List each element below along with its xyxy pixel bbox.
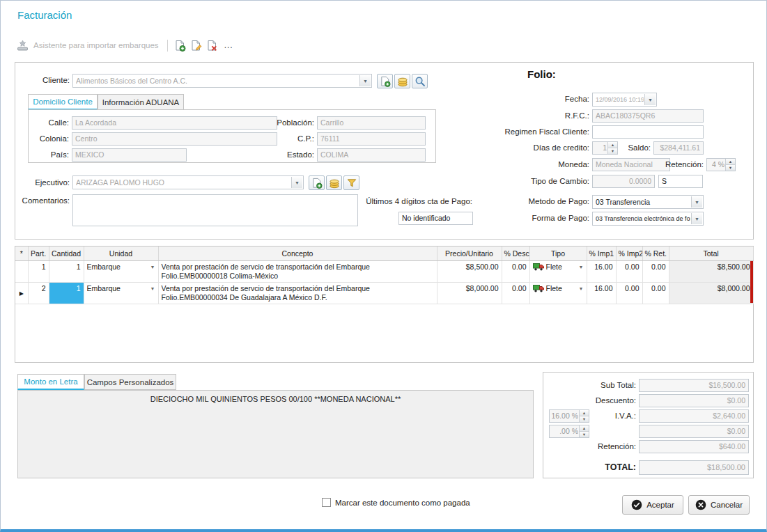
pais-field[interactable]: MEXICO [72,148,187,162]
tab-monto-en-letra[interactable]: Monto en Letra [17,374,84,390]
cliente-add-button[interactable] [377,74,393,88]
imp2-percent-stepper[interactable]: .00 % ▲▼ [549,425,589,438]
fecha-picker[interactable]: 12/09/2016 10:19:56 a. m. ▼ [592,93,657,107]
spinner-up-icon[interactable]: ▲ [726,159,735,164]
poblacion-field[interactable]: Carrillo [317,116,426,130]
part-cell[interactable]: 2 [28,283,49,304]
chevron-down-icon[interactable]: ▼ [359,75,371,86]
col-header-desc[interactable]: % Desc [502,247,529,261]
col-header-unidad[interactable]: Unidad [84,247,158,261]
descuento-field: $0.00 [639,394,749,407]
ejecutivo-combobox[interactable]: ARIZAGA PALOMO HUGO ▼ [72,175,304,189]
precio-cell[interactable]: $8,500.00 [437,261,502,283]
tab-campos-personalizados[interactable]: Campos Personalizados [84,374,176,390]
chevron-down-icon[interactable]: ▼ [579,265,584,269]
metodo-pago-dropdown[interactable]: 03 Transferencia ▼ [592,195,704,209]
retencion-total-field: $640.00 [639,440,749,453]
forma-pago-dropdown[interactable]: 03 Transferencia electrónica de fondos ▼ [592,212,704,226]
toolbar-overflow-button[interactable]: ... [224,40,233,50]
chevron-down-icon[interactable]: ▼ [644,94,656,105]
spinner-down-icon[interactable]: ▼ [608,148,617,154]
comentarios-label: Comentarios: [15,196,70,205]
concepto-cell[interactable]: Venta por prestación de servcio de trans… [158,261,437,283]
delete-document-icon[interactable] [204,38,220,53]
tab-domicilio-cliente[interactable]: Domicilio Cliente [28,94,98,110]
concepto-cell[interactable]: Venta por prestación de servcio de trans… [158,283,437,304]
poblacion-label: Población: [258,118,314,127]
rfc-field[interactable]: ABAC180375QR6 [592,109,704,123]
ret-cell[interactable]: 0.00 [642,283,669,304]
spinner-up-icon[interactable]: ▲ [580,425,589,431]
desc-cell[interactable]: 0.00 [502,261,529,283]
add-document-icon[interactable] [172,38,188,53]
part-cell[interactable]: 1 [28,261,49,283]
chevron-down-icon[interactable]: ▼ [579,286,584,291]
fecha-value: 12/09/2016 10:19:56 a. m. [596,93,644,106]
col-header-precio[interactable]: Precio/Unitario [437,247,502,261]
forma-pago-label: Forma de Pago: [461,214,589,222]
spinner-up-icon[interactable]: ▲ [608,142,617,148]
col-header-cantidad[interactable]: Cantidad [49,247,84,261]
chevron-down-icon[interactable]: ▼ [291,177,302,188]
edit-document-icon[interactable] [188,38,204,53]
col-header-imp1[interactable]: % Imp1 [587,247,616,261]
rfc-label: R.F.C.: [461,111,589,120]
comentarios-field[interactable] [72,194,358,226]
unidad-value: Embarque [87,263,148,271]
ejecutivo-filter-button[interactable] [343,175,359,190]
imp2-cell[interactable]: 0.00 [616,283,642,304]
paid-checkbox[interactable] [322,498,331,507]
chevron-down-icon[interactable]: ▼ [691,196,702,208]
cantidad-cell[interactable]: 1 [49,261,84,283]
tab-informacion-aduana[interactable]: Información ADUANA [98,94,184,110]
tipo-cambio-field[interactable]: 0.0000 [592,175,655,188]
subtotal-field: $16,500.00 [639,379,749,392]
chevron-down-icon[interactable]: ▼ [150,265,155,269]
imp1-cell[interactable]: 16.00 [587,283,616,304]
import-shipments-assistant-button[interactable]: Asistente para importar embarques [33,41,159,49]
cliente-combobox[interactable]: Alimentos Básicos del Centro A.C. ▼ [72,74,372,88]
tipo-value: Flete [546,263,577,271]
imp1-cell[interactable]: 16.00 [587,261,616,283]
pago-digits-label: Últimos 4 dígitos cta de Pago: [329,197,472,205]
ejecutivo-add-button[interactable] [309,175,325,190]
precio-cell[interactable]: $8,000.00 [437,283,502,304]
cp-field[interactable]: 76111 [317,132,426,146]
col-header-ret[interactable]: % Ret. [642,247,669,261]
cantidad-cell-selected[interactable]: 1 [49,283,84,304]
table-row: ▶ 2 1 Embarque▼ Venta por prestación de … [15,283,753,304]
ret-cell[interactable]: 0.00 [642,261,669,283]
spinner-down-icon[interactable]: ▼ [580,431,589,437]
dias-credito-stepper[interactable]: 1 ▲▼ [592,141,618,155]
chevron-down-icon[interactable]: ▼ [150,286,155,291]
tipo-cambio-flag-field[interactable]: S [658,175,703,188]
cliente-search-button[interactable] [412,74,428,88]
wizard-icon[interactable] [15,38,31,53]
accept-button[interactable]: Aceptar [622,495,683,515]
colonia-field[interactable]: Centro [72,132,277,146]
col-header-part[interactable]: Part. [28,247,49,261]
spinner-down-icon[interactable]: ▼ [726,164,735,171]
retencion-stepper[interactable]: 4 % ▲▼ [706,158,736,171]
retencion-value: 4 % [708,159,725,171]
cancel-button[interactable]: Cancelar [688,495,750,515]
unidad-cell[interactable]: Embarque▼ [84,283,158,304]
regimen-fiscal-field[interactable] [592,125,704,139]
calle-field[interactable]: La Acordada [72,116,277,130]
desc-cell[interactable]: 0.00 [502,283,529,304]
col-header-tipo[interactable]: Tipo [529,247,587,261]
col-header-imp2[interactable]: % Imp2 [616,247,642,261]
tipo-cell[interactable]: Flete ▼ [529,283,587,304]
row-marker-icon: ▶ [20,290,24,297]
cliente-balance-button[interactable] [394,74,410,88]
col-header-concepto[interactable]: Concepto [158,247,437,261]
tipo-cell[interactable]: Flete ▼ [529,261,587,283]
moneda-field[interactable]: Moneda Nacional [592,158,670,171]
ejecutivo-balance-button[interactable] [326,175,342,190]
total-label: TOTAL: [543,462,636,472]
chevron-down-icon[interactable]: ▼ [691,213,702,224]
col-header-total[interactable]: Total [669,247,753,261]
unidad-cell[interactable]: Embarque▼ [84,261,158,283]
imp2-cell[interactable]: 0.00 [616,261,642,283]
estado-field[interactable]: COLIMA [317,148,426,162]
